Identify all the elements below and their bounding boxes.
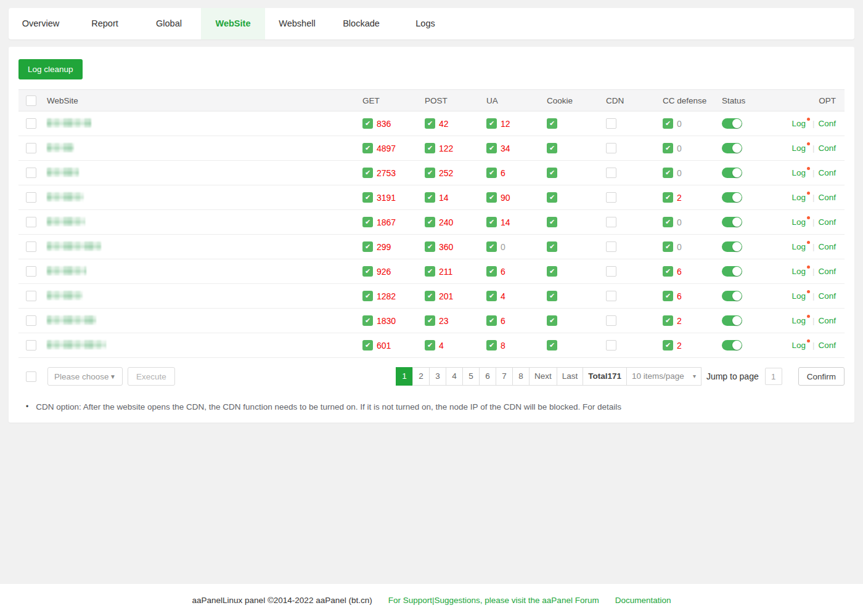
get-checked-icon[interactable] [362,315,373,326]
row-checkbox[interactable] [26,118,36,129]
cc-defense-checked-icon[interactable] [663,266,673,277]
execute-button[interactable]: Execute [128,367,175,386]
row-checkbox[interactable] [26,168,36,178]
page-button-next[interactable]: Next [529,367,557,386]
row-checkbox[interactable] [26,266,36,277]
row-checkbox[interactable] [26,291,36,301]
get-checked-icon[interactable] [362,192,373,203]
conf-link[interactable]: Conf [818,119,836,128]
tab-global[interactable]: Global [137,8,201,39]
log-link[interactable]: Log [791,242,810,251]
get-checked-icon[interactable] [362,340,373,351]
website-name-redacted[interactable] [47,340,106,349]
website-name-redacted[interactable] [47,192,84,201]
post-checked-icon[interactable] [425,340,435,351]
get-checked-icon[interactable] [362,168,373,178]
documentation-link[interactable]: Documentation [615,596,671,605]
get-checked-icon[interactable] [362,241,373,252]
log-link[interactable]: Log [791,291,810,301]
status-toggle-on[interactable] [722,143,742,153]
items-per-page-select[interactable]: 10 items/page▾ [626,367,701,386]
post-checked-icon[interactable] [425,192,435,203]
log-link[interactable]: Log [791,267,810,276]
website-name-redacted[interactable] [47,217,85,226]
status-toggle-on[interactable] [722,118,742,129]
website-name-redacted[interactable] [47,291,83,300]
cc-defense-checked-icon[interactable] [663,291,673,301]
post-checked-icon[interactable] [425,266,435,277]
conf-link[interactable]: Conf [818,168,836,177]
page-button-1[interactable]: 1 [396,367,413,386]
post-checked-icon[interactable] [425,315,435,326]
log-link[interactable]: Log [791,217,810,227]
status-toggle-on[interactable] [722,168,742,178]
row-checkbox[interactable] [26,192,36,203]
post-checked-icon[interactable] [425,168,435,178]
cdn-unchecked-checkbox[interactable] [606,217,616,227]
log-link[interactable]: Log [791,341,810,350]
website-name-redacted[interactable] [47,118,91,128]
jump-to-page-input[interactable] [765,368,782,385]
cookie-checked-icon[interactable] [547,291,557,301]
row-checkbox[interactable] [26,217,36,227]
page-button-6[interactable]: 6 [479,367,496,386]
cdn-unchecked-checkbox[interactable] [606,340,616,351]
ua-checked-icon[interactable] [486,143,497,153]
conf-link[interactable]: Conf [818,291,836,301]
log-link[interactable]: Log [791,316,810,325]
get-checked-icon[interactable] [362,217,373,227]
ua-checked-icon[interactable] [486,168,497,178]
post-checked-icon[interactable] [425,241,435,252]
log-link[interactable]: Log [791,144,810,153]
website-name-redacted[interactable] [47,241,101,251]
status-toggle-on[interactable] [722,291,742,301]
status-toggle-on[interactable] [722,315,742,326]
cdn-unchecked-checkbox[interactable] [606,118,616,129]
cc-defense-checked-icon[interactable] [663,340,673,351]
support-link[interactable]: For Support|Suggestions, please visit th… [388,596,599,605]
tab-overview[interactable]: Overview [9,8,73,39]
cc-defense-checked-icon[interactable] [663,315,673,326]
cdn-unchecked-checkbox[interactable] [606,266,616,277]
log-link[interactable]: Log [791,119,810,128]
log-cleanup-button[interactable]: Log cleanup [18,59,83,79]
log-link[interactable]: Log [791,193,810,202]
ua-checked-icon[interactable] [486,192,497,203]
conf-link[interactable]: Conf [818,316,836,325]
status-toggle-on[interactable] [722,340,742,351]
conf-link[interactable]: Conf [818,242,836,251]
get-checked-icon[interactable] [362,143,373,153]
confirm-button[interactable]: Confirm [798,367,845,386]
row-checkbox[interactable] [26,340,36,351]
cookie-checked-icon[interactable] [547,266,557,277]
cdn-unchecked-checkbox[interactable] [606,192,616,203]
ua-checked-icon[interactable] [486,266,497,277]
post-checked-icon[interactable] [425,118,435,129]
tab-logs[interactable]: Logs [393,8,457,39]
page-button-last[interactable]: Last [557,367,584,386]
ua-checked-icon[interactable] [486,217,497,227]
tab-blockade[interactable]: Blockade [329,8,393,39]
cookie-checked-icon[interactable] [547,315,557,326]
cdn-unchecked-checkbox[interactable] [606,168,616,178]
status-toggle-on[interactable] [722,192,742,203]
status-toggle-on[interactable] [722,241,742,252]
cookie-checked-icon[interactable] [547,241,557,252]
ua-checked-icon[interactable] [486,241,497,252]
cdn-unchecked-checkbox[interactable] [606,291,616,301]
page-button-7[interactable]: 7 [496,367,513,386]
cdn-unchecked-checkbox[interactable] [606,143,616,153]
website-name-redacted[interactable] [47,266,86,275]
status-toggle-on[interactable] [722,217,742,227]
get-checked-icon[interactable] [362,118,373,129]
cc-defense-checked-icon[interactable] [663,118,673,129]
conf-link[interactable]: Conf [818,193,836,202]
conf-link[interactable]: Conf [818,341,836,350]
conf-link[interactable]: Conf [818,217,836,227]
row-checkbox[interactable] [26,241,36,252]
cookie-checked-icon[interactable] [547,143,557,153]
page-button-4[interactable]: 4 [446,367,463,386]
tab-website[interactable]: WebSite [201,8,265,39]
log-link[interactable]: Log [791,168,810,177]
website-name-redacted[interactable] [47,315,96,325]
